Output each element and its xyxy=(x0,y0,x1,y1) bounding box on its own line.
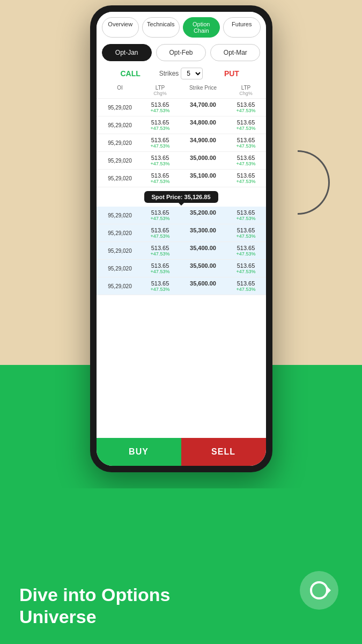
put-oi: 95,29,020 xyxy=(265,101,266,113)
strike-price: 34,700.00 xyxy=(179,101,227,113)
table-row[interactable]: 95,29,020 513.65 +47.53% 35,000.00 513.6… xyxy=(97,152,266,170)
put-oi: 95,29,020 xyxy=(265,209,266,221)
strike-price: 34,800.00 xyxy=(179,119,227,131)
sell-button[interactable]: SELL xyxy=(181,438,266,466)
table-row[interactable]: 95,29,020 513.65 +47.53% 34,700.00 513.6… xyxy=(97,99,266,116)
put-oi: 95,29,020 xyxy=(265,262,266,274)
call-oi: 95,29,020 xyxy=(99,262,142,274)
call-oi: 95,29,020 xyxy=(99,101,142,113)
strike-price: 35,100.00 xyxy=(179,172,227,184)
put-ltp: 513.65 +47.53% xyxy=(227,119,265,131)
strike-price: 35,600.00 xyxy=(179,280,227,292)
strikes-control: Strikes 5 xyxy=(159,68,203,79)
call-ltp: 513.65 +47.53% xyxy=(142,155,179,166)
buy-button[interactable]: BUY xyxy=(97,438,181,466)
put-ltp: 513.65 +47.53% xyxy=(227,262,265,274)
call-ltp: 513.65 +47.53% xyxy=(142,137,179,149)
tab-overview[interactable]: Overview xyxy=(102,17,139,38)
call-ltp: 513.65 +47.53% xyxy=(142,280,179,292)
spot-price-tooltip: Spot Price: 35,126.85 xyxy=(144,191,218,203)
put-ltp: 513.65 +47.53% xyxy=(227,245,265,257)
strike-price: 34,900.00 xyxy=(179,137,227,149)
table-row[interactable]: 95,29,020 513.65 +47.53% 35,200.00 513.6… xyxy=(97,207,266,224)
put-ltp: 513.65 +47.53% xyxy=(227,155,265,166)
tab-technicals[interactable]: Technicals xyxy=(142,17,180,38)
promo-line2: Universe xyxy=(19,606,97,627)
svg-point-0 xyxy=(300,571,338,610)
strike-price: 35,300.00 xyxy=(179,227,227,239)
strikes-text: Strikes xyxy=(159,70,179,77)
hdr-oi: OI xyxy=(99,85,142,96)
table-row[interactable]: 95,29,020 513.65 +47.53% 34,900.00 513.6… xyxy=(97,134,266,152)
month-opt-feb[interactable]: Opt-Feb xyxy=(156,44,206,61)
top-nav-tabs: Overview Technicals Option Chain Futures xyxy=(97,12,266,41)
hdr-put-ltp: LTP Chg% xyxy=(227,85,265,96)
put-oi: 95,29,020 xyxy=(265,227,266,239)
call-ltp: 513.65 +47.53% xyxy=(142,172,179,184)
put-ltp: 513.65 +47.53% xyxy=(227,209,265,221)
tab-futures[interactable]: Futures xyxy=(223,17,261,38)
month-opt-mar[interactable]: Opt-Mar xyxy=(210,44,260,61)
promo-icon xyxy=(298,569,341,612)
call-oi: 95,29,020 xyxy=(99,280,142,292)
call-ltp: 513.65 +47.53% xyxy=(142,119,179,131)
table-row[interactable]: 95,29,020 513.65 +47.53% 35,600.00 513.6… xyxy=(97,277,266,295)
put-ltp: 513.65 +47.53% xyxy=(227,137,265,149)
call-ltp: 513.65 +47.53% xyxy=(142,262,179,274)
call-oi: 95,29,020 xyxy=(99,137,142,149)
footer-actions: BUY SELL xyxy=(97,438,266,466)
put-oi: 95,29,020 xyxy=(265,245,266,257)
strikes-select[interactable]: 5 xyxy=(181,68,203,79)
phone-screen: Overview Technicals Option Chain Futures… xyxy=(97,12,266,466)
put-ltp: 513.65 +47.53% xyxy=(227,101,265,113)
put-ltp: 513.65 +47.53% xyxy=(227,172,265,184)
call-oi: 95,29,020 xyxy=(99,155,142,166)
promo-title: Dive into Options Universe xyxy=(19,584,343,628)
put-oi: 95,29,020 xyxy=(265,137,266,149)
table-row[interactable]: 95,29,020 513.65 +47.53% 35,100.00 513.6… xyxy=(97,170,266,187)
put-oi: 95,29,020 xyxy=(265,155,266,166)
phone-frame: Overview Technicals Option Chain Futures… xyxy=(90,5,272,472)
strike-price: 35,400.00 xyxy=(179,245,227,257)
table-row[interactable]: 95,29,020 513.65 +47.53% 34,800.00 513.6… xyxy=(97,116,266,134)
hdr-strike: Strike Price xyxy=(179,85,227,96)
strike-price: 35,200.00 xyxy=(179,209,227,221)
promo-section: Dive into Options Universe xyxy=(0,488,362,644)
call-oi: 95,29,020 xyxy=(99,209,142,221)
put-ltp: 513.65 +47.53% xyxy=(227,227,265,239)
call-oi: 95,29,020 xyxy=(99,119,142,131)
strike-price: 35,000.00 xyxy=(179,155,227,166)
promo-line1: Dive into Options xyxy=(19,584,170,605)
strike-price: 35,500.00 xyxy=(179,262,227,274)
call-oi: 95,29,020 xyxy=(99,227,142,239)
option-chain-table: 95,29,020 513.65 +47.53% 34,700.00 513.6… xyxy=(97,99,266,438)
call-ltp: 513.65 +47.53% xyxy=(142,245,179,257)
month-tabs: Opt-Jan Opt-Feb Opt-Mar xyxy=(97,41,266,64)
strikes-row: CALL Strikes 5 PUT xyxy=(97,64,266,83)
table-row[interactable]: 95,29,020 513.65 +47.53% 35,500.00 513.6… xyxy=(97,260,266,277)
put-oi: 95,29,020 xyxy=(265,172,266,184)
call-oi: 95,29,020 xyxy=(99,172,142,184)
table-row[interactable]: 95,29,020 513.65 +47.53% 35,300.00 513.6… xyxy=(97,224,266,242)
column-headers: OI LTP Chg% Strike Price LTP Chg% OI xyxy=(97,83,266,99)
call-label: CALL xyxy=(102,69,159,78)
put-label: PUT xyxy=(203,69,260,78)
tab-option-chain[interactable]: Option Chain xyxy=(183,17,220,38)
month-opt-jan[interactable]: Opt-Jan xyxy=(102,44,152,61)
put-ltp: 513.65 +47.53% xyxy=(227,280,265,292)
call-ltp: 513.65 +47.53% xyxy=(142,209,179,221)
call-oi: 95,29,020 xyxy=(99,245,142,257)
hdr-put-oi: OI xyxy=(265,85,266,96)
table-row[interactable]: 95,29,020 513.65 +47.53% 35,400.00 513.6… xyxy=(97,242,266,260)
call-ltp: 513.65 +47.53% xyxy=(142,227,179,239)
put-oi: 95,29,020 xyxy=(265,280,266,292)
put-oi: 95,29,020 xyxy=(265,119,266,131)
call-ltp: 513.65 +47.53% xyxy=(142,101,179,113)
hdr-ltp: LTP Chg% xyxy=(142,85,179,96)
